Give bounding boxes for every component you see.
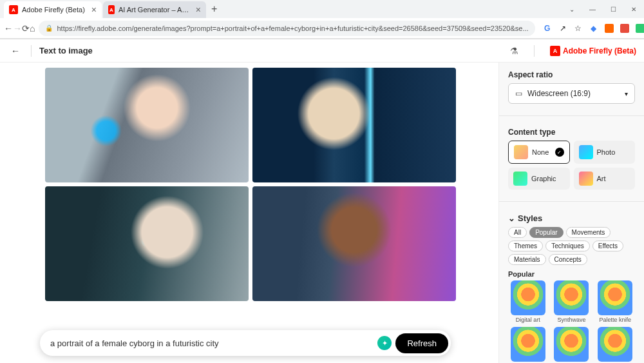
extension-icon[interactable]: ◆ — [589, 24, 598, 33]
chevron-down-icon: ▾ — [625, 90, 628, 97]
brand-badge[interactable]: A Adobe Firefly (Beta) — [550, 46, 636, 56]
content-type-photo[interactable]: Photo — [574, 141, 636, 164]
style-thumb — [511, 280, 545, 315]
style-thumb — [554, 327, 589, 362]
style-palette-knife[interactable]: Palette knife — [595, 280, 635, 323]
content-type-none[interactable]: None ✓ — [508, 141, 570, 164]
style-group-label: Popular — [508, 270, 635, 278]
photo-icon — [579, 145, 593, 159]
url-text: https://firefly.adobe.com/generate/image… — [57, 25, 528, 32]
prompt-bar: ✦ Refresh — [40, 330, 451, 356]
style-thumb — [554, 280, 589, 315]
reload-icon[interactable]: ⟳ — [22, 21, 30, 36]
tab-title: Adobe Firefly (Beta) — [22, 6, 85, 14]
prompt-input[interactable] — [50, 338, 377, 348]
star-icon[interactable]: ☆ — [574, 24, 583, 33]
close-icon[interactable]: × — [91, 5, 97, 15]
back-button[interactable]: ← — [8, 43, 23, 59]
favicon-icon: A — [9, 5, 18, 14]
share-icon[interactable]: ↗ — [558, 24, 567, 33]
window-controls: ⌄ — ☐ ✕ — [562, 0, 644, 18]
tab-strip: A Adobe Firefly (Beta) × A AI Art Genera… — [0, 0, 644, 18]
style-tab-all[interactable]: All — [508, 227, 527, 238]
maximize-icon[interactable]: ☐ — [603, 0, 623, 18]
style-tab-techniques[interactable]: Techniques — [545, 240, 590, 251]
chip-label: Photo — [597, 148, 616, 156]
generated-image[interactable] — [45, 68, 249, 182]
beaker-icon[interactable]: ⚗ — [510, 46, 518, 56]
chip-label: Graphic — [531, 175, 556, 182]
style-tab-materials[interactable]: Materials — [508, 254, 546, 265]
chevron-down-icon[interactable]: ⌄ — [562, 0, 582, 18]
chip-label: Art — [597, 175, 606, 182]
generated-image[interactable] — [252, 186, 456, 301]
divider — [499, 115, 644, 116]
styles-section: ⌄ Styles All Popular Movements Themes Te… — [508, 213, 635, 363]
extension-icons: G ↗ ☆ ◆ ✦ ▭ ⋮ — [539, 24, 644, 33]
generated-image[interactable] — [45, 186, 249, 301]
style-thumb — [511, 327, 545, 362]
style-tab-concepts[interactable]: Concepts — [549, 254, 587, 265]
style-chaotic[interactable]: Chaotic — [595, 327, 635, 363]
aspect-ratio-value: Widescreen (16:9) — [527, 89, 591, 98]
content-type-art[interactable]: Art — [574, 168, 636, 190]
side-panel[interactable]: Aspect ratio ▭ Widescreen (16:9) ▾ Conte… — [498, 63, 644, 363]
divider — [499, 201, 644, 202]
content-type-graphic[interactable]: Graphic — [508, 168, 570, 190]
tab-title: AI Art Generator – Adobe Firefly — [118, 6, 189, 14]
styles-header[interactable]: ⌄ Styles — [508, 213, 635, 223]
canvas-area: ✦ Refresh — [0, 63, 498, 363]
minimize-icon[interactable]: — — [582, 0, 603, 18]
lock-icon: 🔒 — [45, 25, 53, 32]
style-tab-popular[interactable]: Popular — [529, 227, 563, 238]
graphic-icon — [513, 172, 527, 186]
close-window-icon[interactable]: ✕ — [623, 0, 644, 18]
google-icon[interactable]: G — [543, 24, 552, 33]
aspect-ratio-section: Aspect ratio ▭ Widescreen (16:9) ▾ — [508, 70, 635, 104]
extension-icon[interactable] — [605, 24, 614, 33]
check-icon: ✓ — [555, 148, 564, 157]
address-bar[interactable]: 🔒 https://firefly.adobe.com/generate/ima… — [39, 21, 535, 36]
image-grid — [45, 68, 456, 301]
generated-image[interactable] — [252, 68, 456, 182]
styles-label: Styles — [518, 213, 542, 223]
extension-icon[interactable] — [620, 24, 629, 33]
page-title: Text to image — [39, 46, 93, 55]
content-type-section: Content type None ✓ Photo Graphic — [508, 128, 635, 190]
style-thumb — [598, 327, 632, 362]
sparkle-icon[interactable]: ✦ — [377, 336, 392, 350]
style-thumb — [598, 280, 632, 315]
style-digital-art[interactable]: Digital art — [508, 280, 548, 323]
divider — [31, 45, 32, 57]
chip-label: None — [532, 148, 549, 156]
forward-icon[interactable]: → — [13, 21, 22, 36]
art-icon — [579, 172, 593, 186]
refresh-button[interactable]: Refresh — [395, 333, 448, 353]
style-tab-themes[interactable]: Themes — [508, 240, 543, 251]
new-tab-button[interactable]: + — [207, 2, 221, 16]
style-grid: Digital art Synthwave Palette knife Laye… — [508, 280, 635, 363]
browser-chrome: A Adobe Firefly (Beta) × A AI Art Genera… — [0, 0, 644, 39]
style-tab-effects[interactable]: Effects — [592, 240, 623, 251]
none-icon — [514, 145, 528, 159]
style-neon[interactable]: Neon — [552, 327, 592, 363]
content-type-label: Content type — [508, 128, 635, 137]
adobe-logo-icon: A — [550, 46, 560, 56]
style-layered-paper[interactable]: Layered paper — [508, 327, 548, 363]
style-synthwave[interactable]: Synthwave — [552, 280, 592, 323]
back-icon[interactable]: ← — [4, 21, 13, 36]
extension-icon[interactable] — [636, 24, 644, 33]
main-content: ✦ Refresh Aspect ratio ▭ Widescreen (16:… — [0, 63, 644, 363]
aspect-ratio-label: Aspect ratio — [508, 70, 635, 79]
chevron-down-icon: ⌄ — [508, 213, 515, 223]
home-icon[interactable]: ⌂ — [30, 21, 35, 36]
style-tab-movements[interactable]: Movements — [566, 227, 611, 238]
aspect-ratio-select[interactable]: ▭ Widescreen (16:9) ▾ — [508, 83, 635, 104]
brand-label: Adobe Firefly (Beta) — [563, 46, 636, 55]
close-icon[interactable]: × — [196, 5, 201, 15]
nav-bar: ← → ⟳ ⌂ 🔒 https://firefly.adobe.com/gene… — [0, 18, 644, 39]
browser-tab[interactable]: A AI Art Generator – Adobe Firefly × — [103, 1, 206, 18]
browser-tab[interactable]: A Adobe Firefly (Beta) × — [4, 1, 102, 18]
app-header: ← Text to image ⚗ A Adobe Firefly (Beta) — [0, 39, 644, 63]
widescreen-icon: ▭ — [515, 89, 522, 98]
